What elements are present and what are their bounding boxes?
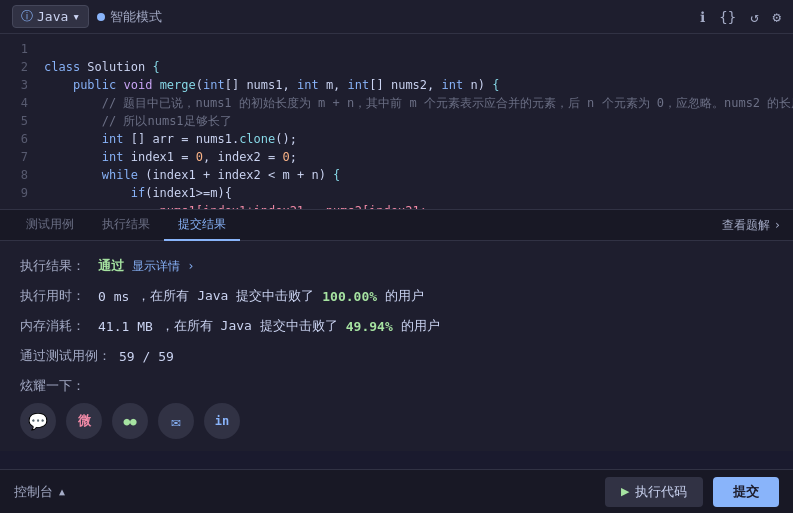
- share-linkedin-button[interactable]: in: [204, 403, 240, 439]
- tab-test-cases[interactable]: 测试用例: [12, 210, 88, 241]
- info-toolbar-icon[interactable]: ℹ: [700, 9, 705, 25]
- mem-suffix: 的用户: [401, 317, 440, 335]
- mem-label: 内存消耗：: [20, 317, 90, 335]
- settings-icon[interactable]: ⚙: [773, 9, 781, 25]
- share-icons: 💬 微 ●● ✉ in: [20, 403, 773, 439]
- share-wechat-button[interactable]: 💬: [20, 403, 56, 439]
- status-value: 通过: [98, 257, 124, 275]
- mem-desc: ，在所有 Java 提交中击败了: [161, 317, 338, 335]
- status-label: 执行结果：: [20, 257, 90, 275]
- submit-button[interactable]: 提交: [713, 477, 779, 507]
- time-suffix: 的用户: [385, 287, 424, 305]
- tabs-bar: 测试用例 执行结果 提交结果 查看题解 ›: [0, 209, 793, 241]
- result-time-row: 执行用时： 0 ms ，在所有 Java 提交中击败了 100.00% 的用户: [20, 287, 773, 305]
- console-arrow-icon: ▲: [59, 486, 65, 497]
- share-section: 炫耀一下： 💬 微 ●● ✉ in: [20, 377, 773, 439]
- braces-icon[interactable]: {}: [719, 9, 736, 25]
- toolbar-right: ℹ {} ↺ ⚙: [700, 9, 781, 25]
- view-problem-link[interactable]: 查看题解 ›: [722, 217, 781, 234]
- smart-mode-label: 智能模式: [110, 8, 162, 26]
- code-editor[interactable]: 1 2 3 4 5 6 7 8 9 class Solution { publi…: [0, 34, 793, 209]
- refresh-icon[interactable]: ↺: [750, 9, 758, 25]
- time-value: 0 ms: [98, 289, 129, 304]
- chevron-right-icon: ›: [774, 218, 781, 232]
- info-icon: ⓘ: [21, 8, 33, 25]
- console-label: 控制台: [14, 483, 53, 501]
- share-weibo-button[interactable]: 微: [66, 403, 102, 439]
- time-desc: ，在所有 Java 提交中击败了: [137, 287, 314, 305]
- mem-value: 41.1 MB: [98, 319, 153, 334]
- view-problem-label: 查看题解: [722, 217, 770, 234]
- language-label: Java: [37, 9, 68, 24]
- result-mem-row: 内存消耗： 41.1 MB ，在所有 Java 提交中击败了 49.94% 的用…: [20, 317, 773, 335]
- toolbar-left: ⓘ Java ▾ 智能模式: [12, 5, 162, 28]
- test-label: 通过测试用例：: [20, 347, 111, 365]
- toolbar: ⓘ Java ▾ 智能模式 ℹ {} ↺ ⚙: [0, 0, 793, 34]
- time-label: 执行用时：: [20, 287, 90, 305]
- smart-mode-dot: [97, 13, 105, 21]
- share-label: 炫耀一下：: [20, 377, 773, 395]
- status-detail-link[interactable]: 显示详情 ›: [132, 258, 194, 275]
- run-label: 执行代码: [635, 483, 687, 501]
- chevron-down-icon: ▾: [72, 9, 80, 24]
- smart-mode-badge: 智能模式: [97, 8, 162, 26]
- share-message-button[interactable]: ✉: [158, 403, 194, 439]
- bottom-bar: 控制台 ▲ ▶ 执行代码 提交: [0, 469, 793, 513]
- console-button[interactable]: 控制台 ▲: [14, 483, 65, 501]
- test-value: 59 / 59: [119, 349, 174, 364]
- result-test-row: 通过测试用例： 59 / 59: [20, 347, 773, 365]
- result-status-row: 执行结果： 通过 显示详情 ›: [20, 257, 773, 275]
- mem-pct: 49.94%: [346, 319, 393, 334]
- code-lines: class Solution { public void merge(int[]…: [36, 34, 793, 209]
- line-numbers: 1 2 3 4 5 6 7 8 9: [0, 34, 36, 209]
- run-code-button[interactable]: ▶ 执行代码: [605, 477, 703, 507]
- bottom-right: ▶ 执行代码 提交: [605, 477, 779, 507]
- tab-exec-result[interactable]: 执行结果: [88, 210, 164, 241]
- results-area: 执行结果： 通过 显示详情 › 执行用时： 0 ms ，在所有 Java 提交中…: [0, 241, 793, 451]
- play-icon: ▶: [621, 485, 629, 498]
- time-pct: 100.00%: [322, 289, 377, 304]
- share-wechat-moments-button[interactable]: ●●: [112, 403, 148, 439]
- tab-submit-result[interactable]: 提交结果: [164, 210, 240, 241]
- tabs-left: 测试用例 执行结果 提交结果: [12, 210, 240, 241]
- language-selector[interactable]: ⓘ Java ▾: [12, 5, 89, 28]
